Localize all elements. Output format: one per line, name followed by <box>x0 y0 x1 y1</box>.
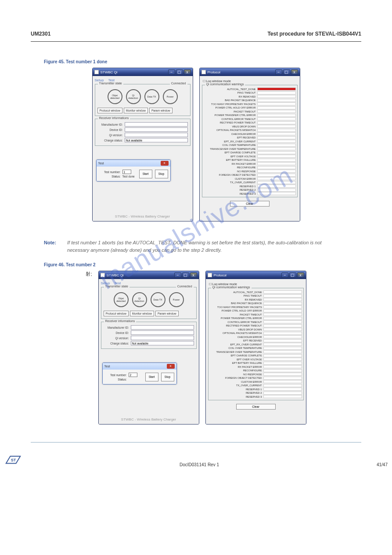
warning-label: COIL OVER TEMPERATURE <box>210 347 263 349</box>
warning-indicator <box>257 140 296 143</box>
warning-row: BAD PACKET SEQUENCE <box>210 301 302 305</box>
warning-indicator <box>263 298 302 301</box>
status-label: Status: <box>105 378 127 381</box>
stop-button[interactable]: Stop <box>155 170 168 178</box>
protocol-window-button[interactable]: Protocol window <box>104 311 129 316</box>
test-close-button[interactable]: x <box>161 161 169 166</box>
warning-row: RESERVED 3 <box>204 192 296 196</box>
warning-indicator <box>263 369 302 372</box>
charge-status-label: Charge status: <box>97 139 125 142</box>
maximize-button[interactable]: ▢ <box>182 272 189 278</box>
test-number-label: Test number: <box>99 170 121 174</box>
warning-row: RESERVED 3 <box>210 395 302 399</box>
warnings-group: Qi communication warnings AUTOCAL_TEST_D… <box>202 85 298 197</box>
protocol-titlebar: Protocol − ▢ x <box>200 68 300 76</box>
param-window-button[interactable]: Param window <box>149 108 173 113</box>
minimize-button[interactable]: − <box>168 69 175 75</box>
warning-indicator <box>257 170 296 173</box>
device-id-input[interactable] <box>131 330 194 335</box>
protocol-body: ☐ Log window mode Qi communication warni… <box>206 279 306 424</box>
warning-indicator <box>263 395 302 398</box>
manufacturer-id-input[interactable] <box>125 122 188 127</box>
protocol-window-button[interactable]: Protocol window <box>97 108 122 113</box>
warning-indicator <box>263 320 302 323</box>
close-button[interactable]: x <box>184 69 191 75</box>
warning-indicator <box>257 151 296 154</box>
circle-qi-detection: Qi detection <box>132 292 147 307</box>
warning-label: RESERVED 3 <box>204 192 257 195</box>
test-number-input[interactable] <box>129 373 137 377</box>
warning-label: EPT_RX_OVER CURRENT <box>210 343 263 346</box>
test-number-input[interactable] <box>122 170 131 174</box>
st-logo-icon: ST <box>4 455 22 467</box>
test-close-button[interactable]: x <box>167 364 175 369</box>
device-id-label: Device ID: <box>97 128 125 131</box>
close-button[interactable]: x <box>291 69 298 75</box>
connected-label: Connected <box>176 285 194 288</box>
charge-status-input[interactable] <box>125 138 188 142</box>
warning-row: POWER TRANSFER CTRL ERROR <box>204 113 296 117</box>
warning-label: POWER CTRL HOLD OFF ERROR <box>210 309 263 312</box>
warning-row: RESERVED 2 <box>210 391 302 395</box>
log-mode-label: Log window mode <box>206 80 230 83</box>
note-body: If test number 1 aborts (as the AUTOCAL_… <box>67 239 338 254</box>
test-title-text: Test <box>104 365 110 368</box>
warning-row: CONTROL ERROR TIMEOUT <box>204 117 296 121</box>
warning-indicator <box>257 125 296 128</box>
warning-label: EPT RECEIVED <box>204 136 257 139</box>
warning-row: RECTIFIED POWER TIMEOUT <box>204 121 296 124</box>
maximize-button[interactable]: ▢ <box>176 69 183 75</box>
warning-indicator <box>257 87 296 91</box>
warning-label: EPT CHARGE COMPLETE <box>210 354 263 357</box>
close-button[interactable]: x <box>297 272 304 278</box>
warning-row: EPT RECEIVED <box>204 136 296 139</box>
device-id-input[interactable] <box>125 127 188 132</box>
start-button[interactable]: Start <box>139 170 152 178</box>
qi-version-input[interactable] <box>125 133 188 137</box>
monitor-window-button[interactable]: Monitor window <box>130 311 154 316</box>
warning-indicator <box>257 114 296 117</box>
divider <box>31 442 361 443</box>
warning-indicator <box>263 350 302 353</box>
warning-label: RECONFIGURE <box>210 369 263 372</box>
svg-text:ST: ST <box>11 458 16 462</box>
charge-status-input[interactable] <box>131 341 194 345</box>
stwbc-window: STWBC Qi − ▢ x Setup Test Transmitter st… <box>92 68 193 221</box>
warning-label: EPT_RX_OVER CURRENT <box>204 140 257 143</box>
warning-label: RESERVED 3 <box>210 395 263 398</box>
warning-row: EPT BATTERY FAILLURE <box>204 158 296 162</box>
maximize-button[interactable]: ▢ <box>289 272 296 278</box>
close-button[interactable]: x <box>190 272 197 278</box>
test-popup: Test x Test number: Status:Test done Sta… <box>96 160 171 181</box>
qi-version-input[interactable] <box>131 336 194 340</box>
manufacturer-id-input[interactable] <box>131 325 194 330</box>
warning-label: PACKET TIMEOUT <box>210 313 263 316</box>
warning-row: CHECKSUM ERROR <box>210 335 302 339</box>
monitor-window-button[interactable]: Monitor window <box>124 108 148 113</box>
minimize-button[interactable]: − <box>281 272 288 278</box>
clear-button[interactable]: Clear <box>230 201 270 207</box>
warning-row: CHECKSUM ERROR <box>204 132 296 136</box>
warning-row: TX_OVER_CURRENT <box>204 181 296 184</box>
warning-indicator <box>257 110 296 113</box>
param-window-button[interactable]: Param window <box>155 311 179 316</box>
divider <box>31 41 361 42</box>
warning-label: AUTOCAL_TEST_DONE <box>204 88 257 91</box>
start-button[interactable]: Start <box>145 373 158 381</box>
warning-row: CUSTOM ERROR <box>210 380 302 384</box>
maximize-button[interactable]: ▢ <box>283 69 290 75</box>
receiver-group: Receiver informations Manufacturer ID: D… <box>95 119 191 146</box>
warning-row: OPTIONAL PACKETS MISMATCH <box>204 128 296 132</box>
warning-indicator <box>263 362 302 365</box>
warning-row: CUSTOM ERROR <box>204 177 296 181</box>
main-body: Setup Test Transmitter state Connected O… <box>93 76 193 221</box>
minimize-button[interactable]: − <box>174 272 181 278</box>
stop-button[interactable]: Stop <box>161 373 174 381</box>
warning-indicator <box>263 392 302 395</box>
minimize-button[interactable]: − <box>275 69 282 75</box>
warning-row: RX REMOVED <box>210 298 302 301</box>
clear-button[interactable]: Clear <box>236 404 276 410</box>
doc-id: DocID031141 Rev 1 <box>180 462 219 467</box>
warning-indicator <box>263 384 302 387</box>
warning-row: POWER TRANSFER CTRL ERROR <box>210 316 302 320</box>
